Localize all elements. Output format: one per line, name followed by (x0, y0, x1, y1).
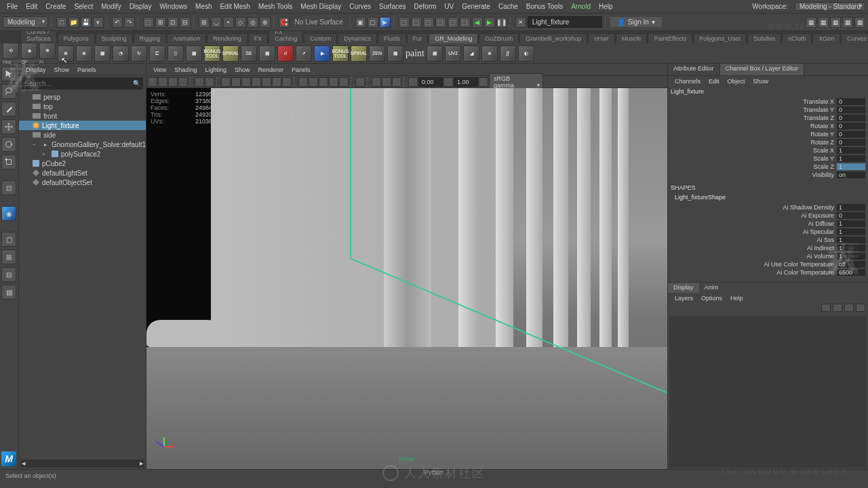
menu-modify[interactable]: Modify (97, 3, 125, 10)
snap-grid-icon[interactable]: ⊞ (199, 17, 210, 28)
attr-ai-indirect[interactable]: Ai Indirect1 (668, 244, 868, 252)
vp-lights-icon[interactable] (329, 77, 338, 87)
sel-comp-icon[interactable]: ⊞ (155, 17, 166, 28)
attr-scale-z[interactable]: Scale Z1 (668, 163, 868, 171)
outliner-search-input[interactable]: Search... (22, 77, 143, 89)
editor-tab-0[interactable]: Attribute Editor (668, 64, 720, 75)
last-tool[interactable]: ⊡ (1, 180, 16, 195)
ui-toggle-2-icon[interactable]: ▦ (818, 17, 829, 28)
outliner-item-light_fixture[interactable]: Light_fixture (19, 121, 146, 130)
attr-ai-specular[interactable]: Ai Specular1 (668, 228, 868, 236)
vp-safe-action-icon[interactable] (272, 77, 281, 87)
vp-menu-lighting[interactable]: Lighting (201, 66, 231, 73)
shelf-tool-13[interactable]: ▦ (427, 45, 443, 62)
attr-ai-volume[interactable]: Ai Volume1 (668, 252, 868, 260)
time-play-icon[interactable]: ▶ (484, 17, 495, 28)
editor-tab-1[interactable]: Channel Box / Layer Editor (720, 64, 805, 75)
layer-menu-layers[interactable]: Layers (671, 295, 697, 302)
shelf-tool-2[interactable]: ⊗ (76, 45, 92, 62)
save-inc-icon[interactable]: ▾ (93, 17, 104, 28)
vp-shadows-icon[interactable] (339, 77, 349, 87)
outliner-menu-show[interactable]: Show (50, 66, 74, 73)
layer-menu-options[interactable]: Options (697, 295, 726, 302)
menu-windows[interactable]: Windows (155, 3, 191, 10)
layer-new-empty-icon[interactable] (821, 304, 831, 312)
object-name-field[interactable]: Light_fixture (528, 16, 602, 28)
paint-select-tool[interactable] (1, 102, 16, 117)
shelf-tool-16[interactable]: ∬ (500, 45, 516, 62)
render-view-icon[interactable]: ⬚ (435, 17, 446, 28)
shape-name[interactable]: Light_fixtureShape (668, 192, 868, 202)
shelf-tab-subdivs[interactable]: Subdivs (747, 33, 781, 43)
attr-rotate-z[interactable]: Rotate Z0 (668, 138, 868, 146)
vp-res-gate-icon[interactable] (241, 77, 251, 87)
select-tool[interactable] (1, 66, 16, 81)
outliner-item-pcube2[interactable]: pCube2 (19, 159, 146, 168)
shelf-tool-1[interactable]: ⊕ (58, 45, 74, 62)
outliner-item-polysurface2[interactable]: +polySurface2 (19, 149, 146, 159)
shelf-paint-label[interactable]: paint (406, 48, 425, 59)
menu-uv[interactable]: UV (440, 3, 458, 10)
cb-menu-object[interactable]: Object (724, 78, 749, 85)
shelf-tab-fur[interactable]: Fur (407, 33, 429, 43)
menu-mesh-tools[interactable]: Mesh Tools (254, 3, 296, 10)
attr-scale-y[interactable]: Scale Y1 (668, 155, 868, 163)
shelf-tab-polygons_user[interactable]: Polygons_User (693, 33, 747, 43)
view-layout-icon[interactable]: ⊟ (1, 267, 16, 282)
open-scene-icon[interactable]: 📁 (68, 17, 79, 28)
vp-menu-view[interactable]: View (149, 66, 170, 73)
hypershade-icon[interactable]: ⬚ (423, 17, 434, 28)
vp-image-plane-icon[interactable] (178, 77, 188, 87)
shelf-tab-curves[interactable]: Curves (841, 33, 868, 43)
shelf-tab-sculpting[interactable]: Sculpting (96, 33, 133, 43)
outliner-scrollbar[interactable] (20, 460, 144, 468)
vp-xray-joints-icon[interactable] (382, 77, 391, 87)
vp-wireframe-icon[interactable] (298, 77, 308, 87)
menu-select[interactable]: Select (70, 3, 97, 10)
attr-rotate-y[interactable]: Rotate Y0 (668, 130, 868, 138)
outliner-item-persp[interactable]: persp (19, 92, 146, 102)
ui-toggle-1-icon[interactable]: ▦ (806, 17, 816, 28)
cb-menu-edit[interactable]: Edit (705, 78, 724, 85)
vp-isolate-icon[interactable] (355, 77, 365, 87)
attr-scale-x[interactable]: Scale X1 (668, 146, 868, 155)
outliner-menu-panels[interactable]: Panels (73, 66, 100, 73)
vp-shaded-icon[interactable] (309, 77, 318, 87)
vp-menu-show[interactable]: Show (231, 66, 254, 73)
shelf-tool-11[interactable]: ▶ (314, 45, 330, 62)
lasso-tool[interactable] (1, 84, 16, 99)
shelf-spiral-1[interactable]: SPIRAL (222, 45, 239, 62)
ui-toggle-3-icon[interactable]: ▦ (830, 17, 841, 28)
soft-mod-tool[interactable]: ◉ (1, 206, 16, 221)
attr-rotate-x[interactable]: Rotate X0 (668, 122, 868, 130)
shelf-tab-fx-caching[interactable]: FX Caching (269, 31, 303, 43)
view-four-icon[interactable]: ⊞ (1, 249, 16, 264)
shelf-uv2-tool[interactable]: UV2 (445, 45, 461, 62)
light-editor-icon[interactable]: ⬚ (460, 17, 471, 28)
shelf-tab-fx[interactable]: FX (248, 33, 269, 43)
menu-create[interactable]: Create (41, 3, 70, 10)
menu-edit[interactable]: Edit (22, 3, 41, 10)
shelf-tool-7[interactable]: ▯ (167, 45, 184, 62)
snap-plane-icon[interactable]: ◇ (235, 17, 246, 28)
menu-mesh[interactable]: Mesh (191, 3, 216, 10)
vp-bookmark-icon[interactable] (168, 77, 178, 87)
vp-menu-shading[interactable]: Shading (170, 66, 201, 73)
ui-toggle-5-icon[interactable]: ▦ (854, 17, 865, 28)
shelf-d-tool[interactable]: d (277, 45, 294, 62)
attr-ai-color-temperature[interactable]: Ai Color Temperature6500 (668, 268, 868, 277)
attr-ai-exposure[interactable]: Ai Exposure0 (668, 211, 868, 220)
shelf-tool-6[interactable]: ⊏ (149, 45, 165, 62)
outliner-item-top[interactable]: top (19, 102, 146, 111)
shelf-tab-animation[interactable]: Animation (167, 33, 206, 43)
outliner-menu-display[interactable]: Display (22, 66, 50, 73)
attr-visibility[interactable]: Visibilityon (668, 171, 868, 179)
vp-xray-comp-icon[interactable] (392, 77, 401, 87)
menu-edit-mesh[interactable]: Edit Mesh (216, 3, 254, 10)
vp-far-field[interactable]: 1.00 (454, 77, 478, 87)
vp-2d-pan-icon[interactable] (195, 77, 204, 87)
shelf-tool-15[interactable]: ※ (481, 45, 498, 62)
time-pause-icon[interactable]: ❚❚ (496, 17, 507, 28)
layer-tab-display[interactable]: Display (668, 283, 699, 293)
attr-ai-sss[interactable]: Ai Sss1 (668, 236, 868, 244)
